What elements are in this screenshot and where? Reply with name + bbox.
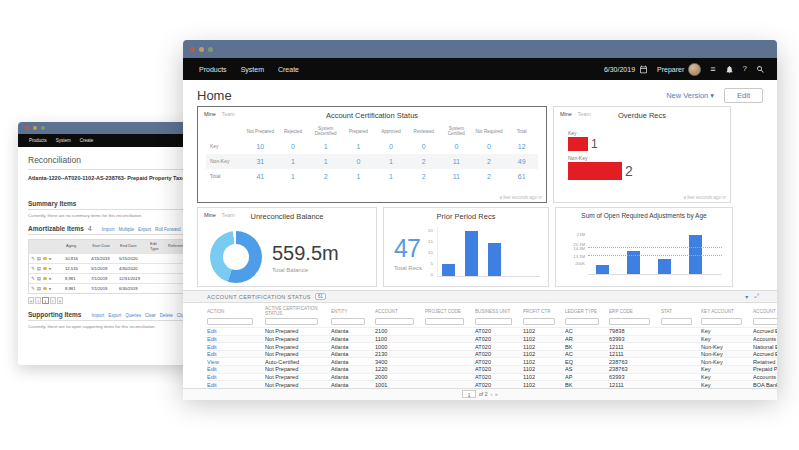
clear-link[interactable]: Clear (145, 313, 156, 318)
matrix-value[interactable]: 41 (244, 173, 277, 180)
bar[interactable] (658, 259, 671, 274)
search-icon[interactable] (756, 65, 765, 74)
menu-item[interactable]: Create (80, 138, 94, 143)
edit-pencil-icon[interactable]: ✎ (31, 286, 35, 291)
menu-item[interactable]: Products (29, 138, 47, 143)
adjustments-chart[interactable]: 21M20.1M14.3M13.1M200K (588, 225, 722, 275)
tab-team[interactable]: Team (221, 111, 234, 117)
action-link[interactable]: Edit (207, 382, 265, 388)
tab-mine[interactable]: Mine (204, 111, 216, 117)
collapse-icon[interactable]: ▾ (745, 293, 748, 300)
edit-button[interactable]: Edit (724, 88, 763, 103)
filter-input[interactable] (523, 318, 555, 325)
refresh-note[interactable]: a few seconds ago ⟳ (499, 195, 542, 200)
matrix-value[interactable]: 0 (342, 158, 375, 165)
matrix-value[interactable]: 0 (473, 143, 506, 150)
next-page-button[interactable]: › (50, 297, 56, 304)
filter-input[interactable] (425, 318, 464, 325)
matrix-value[interactable]: 1 (375, 158, 408, 165)
period-date[interactable]: 6/30/2019 (604, 65, 648, 74)
matrix-value[interactable]: 1 (277, 173, 310, 180)
matrix-value[interactable]: 1 (309, 143, 342, 150)
last-page-button[interactable]: » (57, 297, 63, 304)
column-header[interactable]: ACCOUNT (753, 306, 777, 315)
menu-item[interactable]: System (241, 66, 264, 73)
multiple-link[interactable]: Multiple (118, 227, 134, 232)
filter-input[interactable] (701, 318, 742, 325)
menu-item[interactable]: System (56, 138, 71, 143)
table-row[interactable]: Edit Not Prepared Atlanta 1001 AT020 110… (207, 380, 777, 388)
comment-icon[interactable]: ◂ (49, 256, 51, 261)
matrix-value[interactable]: 0 (375, 143, 408, 150)
bar[interactable] (488, 243, 501, 276)
filter-input[interactable] (265, 318, 318, 325)
new-version-dropdown[interactable]: New Version ▾ (666, 91, 714, 100)
matrix-value[interactable]: 0 (407, 143, 440, 150)
column-header[interactable]: BUSINESS UNIT (475, 306, 523, 315)
copy-icon[interactable]: ▤ (37, 266, 41, 271)
next-page-button[interactable]: › (490, 391, 492, 397)
column-header[interactable]: ACCOUNT (375, 306, 425, 315)
overdue-recs-panel[interactable]: Mine Team Overdue Recs Key 1 (553, 106, 731, 203)
table-row[interactable]: Edit Not Prepared Atlanta 1100 AT020 110… (207, 335, 777, 343)
matrix-value[interactable]: 11 (440, 173, 473, 180)
adjustments-by-age-panel[interactable]: Sum of Open Required Adjustments by Age … (555, 207, 733, 287)
matrix-value[interactable]: 11 (440, 158, 473, 165)
copy-icon[interactable]: ▤ (37, 286, 41, 291)
filter-input[interactable] (375, 318, 414, 325)
filter-input[interactable] (475, 318, 512, 325)
column-header[interactable]: STAT (661, 306, 701, 315)
menu-item[interactable]: Create (278, 66, 299, 73)
overdue-nonkey-bar[interactable] (568, 162, 622, 180)
bell-icon[interactable] (725, 65, 734, 74)
matrix-value[interactable]: 2 (473, 158, 506, 165)
prior-recs-chart[interactable]: 20151050 (428, 227, 540, 277)
matrix-value[interactable]: 2 (473, 173, 506, 180)
balance-donut-chart[interactable] (210, 231, 262, 283)
table-caption-bar[interactable]: ACCOUNT CERTIFICATION STATUS 61 ▾ ⤢ (183, 290, 777, 303)
copy-icon[interactable]: ▤ (37, 256, 41, 261)
roll-forward-link[interactable]: Roll Forward (155, 227, 181, 232)
edit-pencil-icon[interactable]: ✎ (31, 266, 35, 271)
calendar-icon[interactable] (639, 65, 648, 74)
filter-input[interactable] (753, 318, 777, 325)
filter-input[interactable] (207, 318, 253, 325)
tab-team[interactable]: Team (577, 111, 590, 117)
comment-icon[interactable]: ◂ (49, 266, 51, 271)
matrix-value[interactable]: 2 (407, 158, 440, 165)
matrix-value[interactable]: 0 (277, 143, 310, 150)
action-link[interactable]: Edit (207, 336, 265, 342)
filter-input[interactable] (331, 318, 365, 325)
account-certification-status-panel[interactable]: Mine Team Account Certification Status N… (197, 106, 547, 203)
current-page-input[interactable]: 1 (462, 390, 476, 398)
matrix-value[interactable]: 2 (309, 173, 342, 180)
matrix-value[interactable]: 12 (505, 143, 538, 150)
menu-item[interactable]: Products (199, 66, 227, 73)
current-page[interactable]: 1 (42, 297, 48, 304)
matrix-value[interactable]: 10 (244, 143, 277, 150)
table-row[interactable]: Edit Not Prepared Atlanta 1220 AT020 110… (207, 365, 777, 373)
table-row[interactable]: Edit Not Prepared Atlanta 2000 AT020 110… (207, 373, 777, 381)
action-link[interactable]: View (207, 359, 265, 365)
column-header[interactable]: ENTITY (331, 306, 375, 315)
prev-page-button[interactable]: ‹ (35, 297, 41, 304)
user-menu[interactable]: Preparer (657, 63, 701, 76)
column-header[interactable]: ERP CODE (609, 306, 661, 315)
minimize-window-button[interactable] (33, 126, 37, 130)
import-link[interactable]: Import (102, 227, 115, 232)
matrix-value[interactable]: 1 (342, 143, 375, 150)
matrix-value[interactable]: 1 (277, 158, 310, 165)
matrix-value[interactable]: 1 (342, 173, 375, 180)
list-icon[interactable]: ≡ (710, 65, 715, 74)
column-header[interactable]: PROJECT CODE (425, 306, 475, 315)
table-row[interactable]: Edit Not Prepared Atlanta 2130 AT020 110… (207, 350, 777, 358)
column-header[interactable]: ACTION (207, 306, 265, 315)
import-link[interactable]: Import (91, 313, 104, 318)
comment-icon[interactable]: ◂ (49, 276, 51, 281)
queries-link[interactable]: Queries (125, 313, 141, 318)
copy-icon[interactable]: ▤ (37, 276, 41, 281)
edit-pencil-icon[interactable]: ✎ (31, 276, 35, 281)
bar[interactable] (442, 264, 455, 276)
first-page-button[interactable]: « (28, 297, 34, 304)
matrix-value[interactable]: 0 (440, 143, 473, 150)
